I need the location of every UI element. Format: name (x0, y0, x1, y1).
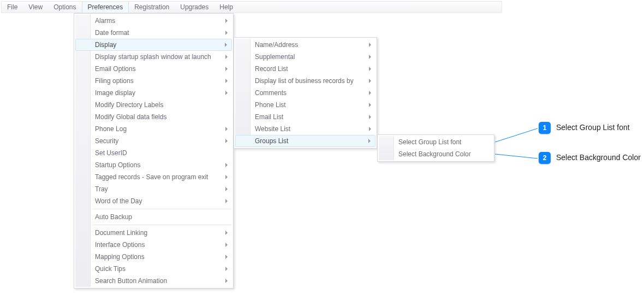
submenu-arrow-icon (369, 127, 371, 131)
menuitem-select-background-color[interactable]: Select Background Color (379, 148, 493, 160)
menubar: File View Options Preferences Registrati… (1, 1, 502, 13)
menuitem-phone-log[interactable]: Phone Log (75, 123, 232, 135)
submenu-arrow-icon (225, 79, 228, 83)
menuitem-startup-options[interactable]: Startup Options (75, 159, 232, 171)
menu-upgrades-label: Upgrades (180, 3, 208, 11)
menu-help-label: Help (219, 3, 233, 11)
submenu-arrow-icon (225, 91, 228, 95)
menuitem-label: Record List (255, 65, 288, 73)
menuitem-label: Supplemental (255, 53, 295, 61)
submenu-arrow-icon (369, 103, 371, 107)
submenu-arrow-icon (225, 255, 228, 259)
menuitem-label: Interface Options (95, 241, 145, 249)
submenu-arrow-icon (225, 55, 228, 59)
menuitem-label: Display startup splash window at launch (95, 53, 211, 61)
menuitem-label: Tagged records - Save on program exit (95, 173, 208, 181)
menu-preferences[interactable]: Preferences (82, 2, 129, 13)
menu-file-label: File (7, 3, 17, 11)
submenu-arrow-icon (225, 279, 228, 283)
groups-list-dropdown: Select Group List font Select Background… (377, 134, 494, 162)
submenu-arrow-icon (225, 127, 228, 131)
preferences-dropdown: Alarms Date format Display Display start… (74, 13, 234, 289)
menuitem-label: Date format (95, 29, 129, 37)
menu-upgrades[interactable]: Upgrades (175, 2, 214, 13)
menuitem-label: Set UserID (95, 149, 127, 157)
menu-help[interactable]: Help (214, 2, 238, 13)
menuitem-modify-directory-labels[interactable]: Modify Directory Labels (75, 99, 232, 111)
menu-registration[interactable]: Registration (129, 2, 175, 13)
menuitem-email-list[interactable]: Email List (235, 111, 375, 123)
menu-separator (93, 209, 231, 209)
menuitem-interface-options[interactable]: Interface Options (75, 239, 232, 251)
menuitem-filing-options[interactable]: Filing options (75, 75, 232, 87)
menuitem-auto-backup[interactable]: Auto Backup (75, 211, 232, 223)
menuitem-label: Select Background Color (398, 150, 471, 158)
menu-options-label: Options (53, 3, 76, 11)
submenu-arrow-icon (225, 163, 228, 167)
submenu-arrow-icon (225, 43, 227, 47)
callout-text-2: Select Background Color (556, 153, 641, 162)
menuitem-set-userid[interactable]: Set UserID (75, 147, 232, 159)
menuitem-label: Startup Options (95, 161, 140, 169)
menuitem-label: Quick Tips (95, 265, 126, 273)
submenu-arrow-icon (369, 67, 371, 71)
menuitem-image-display[interactable]: Image display (75, 87, 232, 99)
menuitem-label: Name/Address (255, 41, 298, 49)
submenu-arrow-icon (225, 19, 228, 23)
menuitem-label: Phone Log (95, 125, 127, 133)
menuitem-label: Search Button Animation (95, 277, 167, 285)
menuitem-search-button-animation[interactable]: Search Button Animation (75, 275, 232, 287)
submenu-arrow-icon (369, 115, 371, 119)
submenu-arrow-icon (225, 31, 228, 35)
menuitem-label: Email List (255, 113, 283, 121)
menuitem-document-linking[interactable]: Document Linking (75, 227, 232, 239)
menuitem-label: Display (95, 41, 116, 49)
menuitem-modify-global-fields[interactable]: Modify Global data fields (75, 111, 232, 123)
menu-file[interactable]: File (2, 2, 23, 13)
menuitem-record-list[interactable]: Record List (235, 63, 375, 75)
menuitem-word-of-day[interactable]: Word of the Day (75, 195, 232, 207)
menuitem-email-options[interactable]: Email Options (75, 63, 232, 75)
menuitem-display[interactable]: Display (75, 39, 232, 51)
menuitem-label: Comments (255, 89, 287, 97)
menuitem-label: Email Options (95, 65, 136, 73)
menuitem-select-group-list-font[interactable]: Select Group List font (379, 136, 493, 148)
display-dropdown: Name/Address Supplemental Record List Di… (234, 37, 377, 149)
menuitem-groups-list[interactable]: Groups List (235, 135, 375, 147)
menuitem-business-records[interactable]: Display list of business records by (235, 75, 375, 87)
menu-separator (93, 225, 231, 225)
menuitem-comments[interactable]: Comments (235, 87, 375, 99)
menuitem-label: Modify Directory Labels (95, 101, 163, 109)
submenu-arrow-icon (225, 243, 228, 247)
callout-number: 1 (543, 124, 547, 132)
menuitem-label: Mapping Options (95, 253, 145, 261)
svg-line-1 (495, 154, 538, 158)
submenu-arrow-icon (225, 267, 228, 271)
svg-line-0 (495, 128, 538, 142)
menuitem-tray[interactable]: Tray (75, 183, 232, 195)
menuitem-phone-list[interactable]: Phone List (235, 99, 375, 111)
menuitem-label: Modify Global data fields (95, 113, 166, 121)
menuitem-supplemental[interactable]: Supplemental (235, 51, 375, 63)
menuitem-date-format[interactable]: Date format (75, 27, 232, 39)
menuitem-security[interactable]: Security (75, 135, 232, 147)
menu-view[interactable]: View (23, 2, 48, 13)
menuitem-label: Alarms (95, 17, 115, 25)
menuitem-mapping-options[interactable]: Mapping Options (75, 251, 232, 263)
menuitem-label: Phone List (255, 101, 286, 109)
menuitem-website-list[interactable]: Website List (235, 123, 375, 135)
submenu-arrow-icon (225, 139, 228, 143)
menuitem-label: Groups List (255, 137, 288, 145)
menuitem-quick-tips[interactable]: Quick Tips (75, 263, 232, 275)
submenu-arrow-icon (225, 175, 228, 179)
submenu-arrow-icon (368, 139, 371, 143)
menuitem-tagged-records[interactable]: Tagged records - Save on program exit (75, 171, 232, 183)
submenu-arrow-icon (225, 187, 228, 191)
menu-options[interactable]: Options (48, 2, 81, 13)
menuitem-alarms[interactable]: Alarms (75, 15, 232, 27)
menuitem-display-splash[interactable]: Display startup splash window at launch (75, 51, 232, 63)
menuitem-label: Select Group List font (398, 138, 461, 146)
menu-view-label: View (28, 3, 43, 11)
menuitem-label: Document Linking (95, 229, 147, 237)
menuitem-name-address[interactable]: Name/Address (235, 39, 375, 51)
